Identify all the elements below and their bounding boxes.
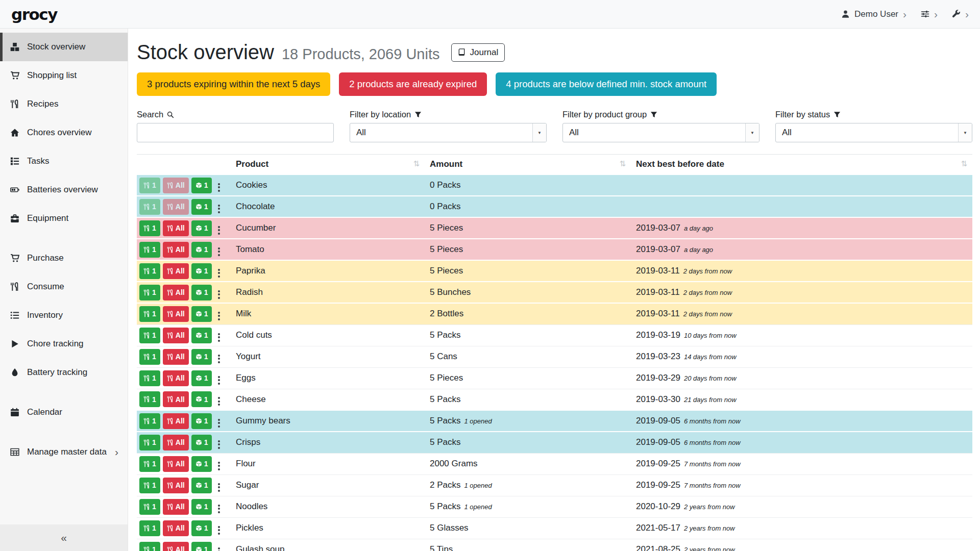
column-header-next-best-before-date[interactable]: ⇅Next best before date	[631, 155, 972, 175]
row-menu-button[interactable]	[214, 264, 224, 279]
consume-all-button[interactable]: All	[163, 178, 189, 193]
open-one-button[interactable]: 1	[191, 178, 212, 193]
consume-all-button[interactable]: All	[163, 285, 189, 300]
sort-icon[interactable]: ⇅	[413, 159, 420, 168]
collapse-sidebar-button[interactable]: «	[0, 524, 128, 551]
consume-one-button[interactable]: 1	[139, 199, 160, 215]
row-menu-button[interactable]	[214, 499, 224, 514]
row-menu-button[interactable]	[214, 392, 224, 407]
row-menu-button[interactable]	[214, 349, 224, 364]
sidebar-item-battery-tracking[interactable]: Battery tracking	[0, 358, 128, 387]
column-header-amount[interactable]: ⇅Amount	[425, 155, 631, 175]
row-menu-button[interactable]	[214, 542, 224, 551]
open-one-button[interactable]: 1	[191, 542, 212, 551]
consume-one-button[interactable]: 1	[139, 478, 160, 493]
open-one-button[interactable]: 1	[191, 435, 212, 450]
open-one-button[interactable]: 1	[191, 199, 212, 215]
sidebar-item-batteries-overview[interactable]: Batteries overview	[0, 176, 128, 204]
alert-danger[interactable]: 2 products are already expired	[339, 72, 487, 96]
sidebar-item-chores-overview[interactable]: Chores overview	[0, 118, 128, 147]
consume-one-button[interactable]: 1	[139, 285, 160, 300]
open-one-button[interactable]: 1	[191, 349, 212, 365]
user-menu[interactable]: Demo User ›	[841, 9, 906, 19]
column-header-product[interactable]: ⇅Product	[231, 155, 425, 175]
filter-by-product-group-select[interactable]: All▼	[562, 123, 760, 142]
open-one-button[interactable]: 1	[191, 413, 212, 429]
consume-all-button[interactable]: All	[163, 435, 189, 450]
open-one-button[interactable]: 1	[191, 242, 212, 258]
sidebar-item-recipes[interactable]: Recipes	[0, 90, 128, 118]
sort-icon[interactable]: ⇅	[619, 159, 626, 168]
sidebar-item-purchase[interactable]: Purchase	[0, 244, 128, 272]
consume-one-button[interactable]: 1	[139, 178, 160, 193]
open-one-button[interactable]: 1	[191, 456, 212, 472]
consume-all-button[interactable]: All	[163, 306, 189, 322]
row-menu-button[interactable]	[214, 242, 224, 257]
app-logo[interactable]: grocy	[11, 5, 57, 23]
row-menu-button[interactable]	[214, 285, 224, 300]
search-input[interactable]	[137, 123, 334, 142]
sidebar-item-tasks[interactable]: Tasks	[0, 147, 128, 176]
row-menu-button[interactable]	[214, 307, 224, 321]
open-one-button[interactable]: 1	[191, 306, 212, 322]
consume-all-button[interactable]: All	[163, 456, 189, 472]
consume-one-button[interactable]: 1	[139, 328, 160, 343]
consume-all-button[interactable]: All	[163, 370, 189, 386]
open-one-button[interactable]: 1	[191, 220, 212, 236]
row-menu-button[interactable]	[214, 414, 224, 429]
consume-one-button[interactable]: 1	[139, 413, 160, 429]
consume-one-button[interactable]: 1	[139, 542, 160, 551]
row-menu-button[interactable]	[214, 435, 224, 450]
sidebar-item-consume[interactable]: Consume	[0, 272, 128, 301]
consume-one-button[interactable]: 1	[139, 242, 160, 258]
sidebar-item-equipment[interactable]: Equipment	[0, 204, 128, 233]
journal-button[interactable]: Journal	[451, 43, 505, 62]
row-menu-button[interactable]	[214, 221, 224, 236]
consume-one-button[interactable]: 1	[139, 435, 160, 450]
consume-one-button[interactable]: 1	[139, 370, 160, 386]
filter-by-location-select[interactable]: All▼	[350, 123, 547, 142]
consume-one-button[interactable]: 1	[139, 263, 160, 279]
consume-one-button[interactable]: 1	[139, 499, 160, 515]
consume-all-button[interactable]: All	[163, 478, 189, 493]
open-one-button[interactable]: 1	[191, 328, 212, 343]
sidebar-item-stock-overview[interactable]: Stock overview	[0, 33, 128, 61]
consume-all-button[interactable]: All	[163, 349, 189, 365]
row-menu-button[interactable]	[214, 457, 224, 471]
sort-icon[interactable]: ⇅	[961, 159, 967, 168]
consume-all-button[interactable]: All	[163, 520, 189, 536]
consume-one-button[interactable]: 1	[139, 349, 160, 365]
sidebar-item-chore-tracking[interactable]: Chore tracking	[0, 330, 128, 358]
consume-all-button[interactable]: All	[163, 413, 189, 429]
consume-one-button[interactable]: 1	[139, 520, 160, 536]
sidebar-item-shopping-list[interactable]: Shopping list	[0, 61, 128, 90]
open-one-button[interactable]: 1	[191, 478, 212, 493]
consume-all-button[interactable]: All	[163, 220, 189, 236]
consume-one-button[interactable]: 1	[139, 306, 160, 322]
admin-menu[interactable]: ›	[952, 9, 969, 19]
row-menu-button[interactable]	[214, 521, 224, 536]
sidebar-item-inventory[interactable]: Inventory	[0, 301, 128, 330]
open-one-button[interactable]: 1	[191, 285, 212, 300]
alert-warning[interactable]: 3 products expiring within the next 5 da…	[137, 72, 330, 96]
row-menu-button[interactable]	[214, 328, 224, 343]
consume-all-button[interactable]: All	[163, 328, 189, 343]
consume-all-button[interactable]: All	[163, 263, 189, 279]
alert-info[interactable]: 4 products are below defined min. stock …	[496, 72, 717, 96]
row-menu-button[interactable]	[214, 371, 224, 386]
open-one-button[interactable]: 1	[191, 499, 212, 515]
consume-all-button[interactable]: All	[163, 242, 189, 258]
open-one-button[interactable]: 1	[191, 370, 212, 386]
row-menu-button[interactable]	[214, 178, 224, 193]
consume-one-button[interactable]: 1	[139, 220, 160, 236]
open-one-button[interactable]: 1	[191, 263, 212, 279]
open-one-button[interactable]: 1	[191, 391, 212, 407]
consume-one-button[interactable]: 1	[139, 391, 160, 407]
sidebar-item-calendar[interactable]: Calendar	[0, 398, 128, 427]
row-menu-button[interactable]	[214, 199, 224, 214]
sidebar-item-manage-master-data[interactable]: Manage master data›	[0, 438, 128, 466]
consume-all-button[interactable]: All	[163, 199, 189, 215]
settings-menu[interactable]: ›	[921, 9, 938, 19]
consume-all-button[interactable]: All	[163, 499, 189, 515]
consume-all-button[interactable]: All	[163, 542, 189, 551]
